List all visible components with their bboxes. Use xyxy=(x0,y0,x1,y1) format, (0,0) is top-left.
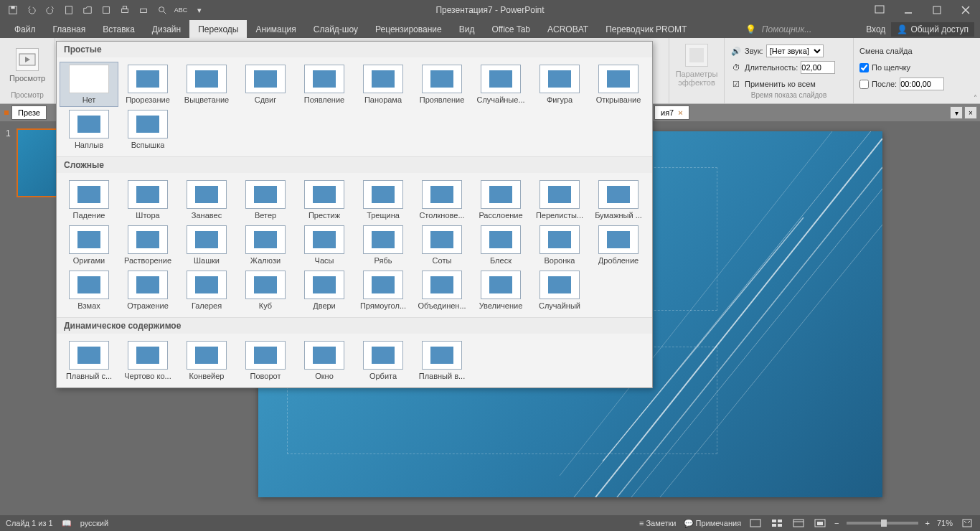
transition-item[interactable]: Появление xyxy=(295,62,354,107)
transition-item[interactable]: Ветер xyxy=(236,177,295,222)
transition-item[interactable]: Объединен... xyxy=(413,268,471,313)
transition-item[interactable]: Открывание xyxy=(589,62,648,107)
transition-item[interactable]: Плавный с... xyxy=(60,338,118,383)
slideshow-view-icon[interactable] xyxy=(813,517,827,529)
duration-input[interactable] xyxy=(801,61,835,74)
transition-item[interactable]: Поворот xyxy=(236,338,295,383)
apply-all-button[interactable]: Применить ко всем xyxy=(745,80,816,88)
undo-icon[interactable] xyxy=(23,1,40,19)
transition-item[interactable]: Вспышка xyxy=(118,107,177,152)
tab-home[interactable]: Главная xyxy=(44,20,95,38)
transition-item[interactable]: Увеличение xyxy=(471,268,530,313)
transition-item[interactable]: Фигура xyxy=(530,62,589,107)
transition-item[interactable]: Оригами xyxy=(60,222,118,268)
transition-item[interactable]: Двери xyxy=(295,268,354,313)
transition-item[interactable]: Часы xyxy=(295,222,354,268)
tab-dropdown-button[interactable]: ▾ xyxy=(950,106,963,119)
tab-view[interactable]: Вид xyxy=(451,20,484,38)
reading-view-icon[interactable] xyxy=(791,517,806,529)
transition-item[interactable]: Занавес xyxy=(177,177,236,222)
after-checkbox[interactable] xyxy=(859,80,869,89)
transition-item[interactable]: Блеск xyxy=(471,222,530,268)
transition-item[interactable]: Орбита xyxy=(354,338,413,383)
quick-print-icon[interactable] xyxy=(135,1,152,19)
transition-item[interactable]: Шашки xyxy=(177,222,236,268)
save-icon[interactable] xyxy=(4,1,22,19)
transition-item[interactable]: Отражение xyxy=(118,268,177,313)
transition-item[interactable]: Проявление xyxy=(413,62,471,107)
transition-item[interactable]: Соты xyxy=(413,222,471,268)
ribbon-options-icon[interactable] xyxy=(865,0,894,20)
transition-item[interactable]: Окно xyxy=(295,338,354,383)
comments-button[interactable]: 💬 Примечания xyxy=(684,519,742,528)
qat-more-icon[interactable]: ▾ xyxy=(191,1,208,19)
new-icon[interactable] xyxy=(60,1,77,19)
share-button[interactable]: 👤Общий доступ xyxy=(891,22,974,37)
transition-item[interactable]: Наплыв xyxy=(60,107,118,152)
transition-item[interactable]: Прорезание xyxy=(118,62,177,107)
transition-item[interactable]: Сдвиг xyxy=(236,62,295,107)
login-button[interactable]: Вход xyxy=(866,24,885,34)
transition-item[interactable]: Штора xyxy=(118,177,177,222)
zoom-level[interactable]: 71% xyxy=(937,519,953,527)
tab-officetab[interactable]: Office Tab xyxy=(483,20,539,38)
close-tab-icon[interactable]: × xyxy=(678,108,682,117)
zoom-slider[interactable] xyxy=(847,522,918,525)
transition-item[interactable]: Куб xyxy=(236,268,295,313)
transition-item[interactable]: Прямоугол... xyxy=(354,268,413,313)
transition-item[interactable]: Случайные... xyxy=(471,62,530,107)
transition-item[interactable]: Нет xyxy=(60,62,118,107)
document-tab[interactable]: Презе xyxy=(11,105,47,120)
tab-insert[interactable]: Вставка xyxy=(94,20,143,38)
maximize-button[interactable] xyxy=(923,0,951,20)
tab-promt[interactable]: Переводчик PROMT xyxy=(597,20,695,38)
transition-item[interactable]: Взмах xyxy=(60,268,118,313)
zoom-in-button[interactable]: + xyxy=(925,519,930,527)
transition-item[interactable]: Конвейер xyxy=(177,338,236,383)
sorter-view-icon[interactable] xyxy=(770,517,784,529)
tab-animations[interactable]: Анимация xyxy=(247,20,304,38)
tab-file[interactable]: Файл xyxy=(6,20,44,38)
transition-item[interactable]: Трещина xyxy=(354,177,413,222)
on-click-checkbox[interactable] xyxy=(859,63,869,72)
transition-item[interactable]: Жалюзи xyxy=(236,222,295,268)
tell-me-input[interactable]: Помощник... xyxy=(762,24,811,34)
minimize-button[interactable] xyxy=(894,0,923,20)
open-icon[interactable] xyxy=(79,1,96,19)
transition-item[interactable]: Престиж xyxy=(295,177,354,222)
print-icon[interactable] xyxy=(116,1,133,19)
transition-item[interactable]: Растворение xyxy=(118,222,177,268)
zoom-out-button[interactable]: − xyxy=(834,519,839,527)
tab-slideshow[interactable]: Слайд-шоу xyxy=(305,20,367,38)
touch-icon[interactable] xyxy=(98,1,115,19)
tab-acrobat[interactable]: ACROBAT xyxy=(539,20,597,38)
transition-item[interactable]: Плавный в... xyxy=(413,338,471,383)
status-language[interactable]: русский xyxy=(80,519,108,527)
transition-item[interactable]: Рябь xyxy=(354,222,413,268)
close-button[interactable] xyxy=(951,0,980,20)
tab-transitions[interactable]: Переходы xyxy=(189,20,247,38)
transition-item[interactable]: Расслоение xyxy=(471,177,530,222)
transition-item[interactable]: Галерея xyxy=(177,268,236,313)
transition-item[interactable]: Падение xyxy=(60,177,118,222)
transition-item[interactable]: Случайный xyxy=(530,268,589,313)
after-input[interactable] xyxy=(900,77,944,90)
tab-close-button[interactable]: × xyxy=(964,106,977,119)
normal-view-icon[interactable] xyxy=(748,517,763,529)
transition-item[interactable]: Перелисты... xyxy=(530,177,589,222)
fit-window-icon[interactable] xyxy=(960,517,974,529)
spelling-icon[interactable]: ABC xyxy=(172,1,189,19)
transition-item[interactable]: Столкнове... xyxy=(413,177,471,222)
notes-button[interactable]: ≡ Заметки xyxy=(639,519,677,527)
collapse-ribbon-icon[interactable]: ˄ xyxy=(974,94,977,102)
redo-icon[interactable] xyxy=(42,1,59,19)
transition-item[interactable]: Воронка xyxy=(530,222,589,268)
tab-design[interactable]: Дизайн xyxy=(143,20,189,38)
effect-options-button[interactable]: Параметры эффектов xyxy=(675,41,718,90)
transition-item[interactable]: Бумажный ... xyxy=(589,177,648,222)
tab-review[interactable]: Рецензирование xyxy=(367,20,451,38)
document-tab-overlap[interactable]: ия7 × xyxy=(654,105,689,120)
preview-icon[interactable] xyxy=(154,1,171,19)
sound-select[interactable]: [Нет звука] xyxy=(766,44,824,57)
transition-item[interactable]: Панорама xyxy=(354,62,413,107)
